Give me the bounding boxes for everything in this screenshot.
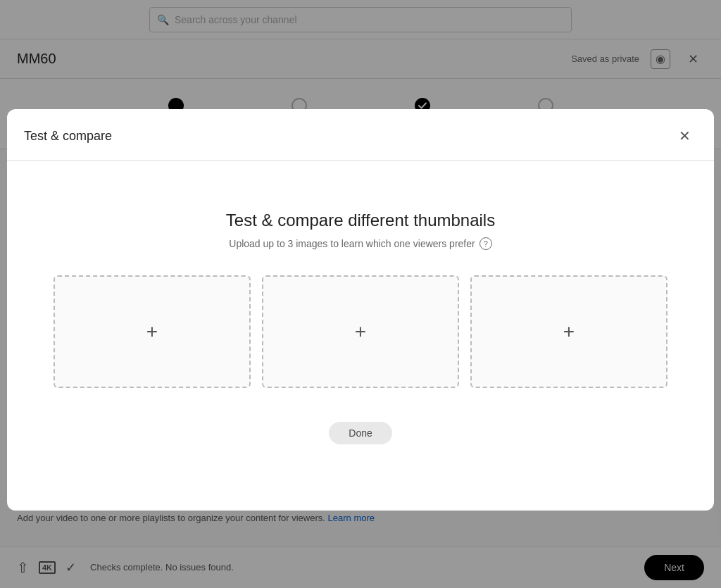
modal-close-btn[interactable]: ✕: [672, 123, 697, 149]
modal-close-icon: ✕: [679, 127, 691, 144]
done-button[interactable]: Done: [329, 422, 391, 444]
thumbnail-upload-box-1[interactable]: +: [54, 275, 251, 388]
plus-icon-3: +: [563, 320, 575, 343]
modal-heading: Test & compare different thumbnails: [226, 211, 495, 230]
modal-footer: Done: [312, 416, 408, 461]
thumbnail-upload-box-2[interactable]: +: [262, 275, 459, 388]
help-icon[interactable]: ?: [479, 237, 492, 250]
thumbnail-upload-box-3[interactable]: +: [470, 275, 667, 388]
modal-header: Test & compare ✕: [7, 109, 714, 161]
plus-icon-2: +: [355, 320, 366, 343]
test-compare-modal: Test & compare ✕ Test & compare differen…: [7, 109, 714, 511]
thumbnail-upload-row: + + +: [28, 275, 693, 388]
modal-body: Test & compare different thumbnails Uplo…: [7, 161, 714, 511]
modal-subtext: Upload up to 3 images to learn which one…: [229, 237, 491, 250]
plus-icon-1: +: [146, 320, 158, 343]
modal-title: Test & compare: [24, 129, 112, 144]
